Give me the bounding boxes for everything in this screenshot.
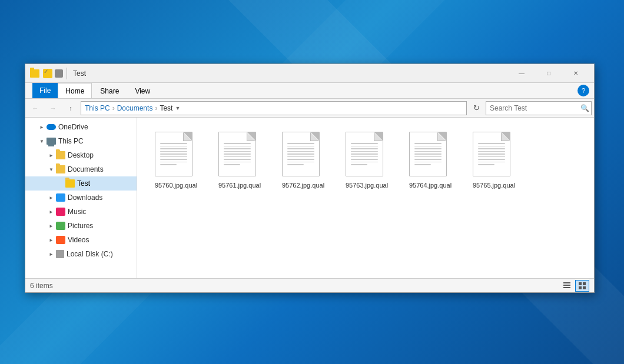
sidebar-item-this-pc[interactable]: ▼ This PC: [25, 134, 137, 148]
refresh-button[interactable]: ↻: [469, 101, 483, 115]
breadcrumb-sep-1: ›: [112, 104, 115, 112]
title-bar: Test — □ ✕: [25, 64, 594, 83]
documents-icon: [56, 165, 65, 173]
view-buttons: [560, 280, 589, 292]
file-icon: [282, 132, 324, 179]
close-button[interactable]: ✕: [562, 64, 589, 83]
large-icons-view-icon: [578, 282, 586, 290]
doc-lines: [351, 143, 378, 167]
svg-rect-1: [563, 285, 570, 286]
sidebar-label-videos: Videos: [68, 236, 134, 244]
details-view-button[interactable]: [560, 280, 574, 292]
file-item[interactable]: 95762.jpg.qual: [274, 127, 333, 194]
sidebar-item-onedrive[interactable]: ► OneDrive: [25, 120, 137, 134]
breadcrumb-test: Test: [160, 104, 172, 112]
status-bar: 6 items: [25, 278, 594, 292]
file-item[interactable]: 95764.jpg.qual: [401, 127, 460, 194]
expand-onedrive-icon[interactable]: ►: [37, 122, 47, 132]
file-item[interactable]: 95765.jpg.qual: [464, 127, 523, 194]
sidebar-label-pictures: Pictures: [68, 222, 134, 230]
breadcrumb-dropdown-icon[interactable]: ▼: [175, 105, 180, 111]
tab-file[interactable]: File: [32, 83, 58, 98]
expand-test-icon[interactable]: [56, 179, 65, 188]
sidebar-item-videos[interactable]: ► Videos: [25, 233, 137, 247]
sidebar-item-test[interactable]: Test: [25, 176, 137, 191]
sidebar-item-music[interactable]: ► Music: [25, 205, 137, 219]
up-button[interactable]: ↑: [63, 101, 78, 116]
sidebar-label-local-disk: Local Disk (C:): [67, 250, 134, 258]
test-folder-icon: [65, 179, 75, 188]
pictures-icon: [56, 222, 65, 230]
large-icons-view-button[interactable]: [575, 280, 589, 292]
svg-rect-0: [563, 282, 570, 283]
doc-lines: [224, 143, 251, 167]
tab-view[interactable]: View: [127, 83, 158, 98]
tab-home[interactable]: Home: [58, 83, 92, 98]
title-separator: [67, 68, 67, 79]
svg-rect-4: [583, 282, 586, 285]
file-icon: [155, 132, 197, 179]
minimize-button[interactable]: —: [508, 64, 535, 83]
search-input[interactable]: [490, 104, 578, 112]
doc-shape: [218, 132, 256, 176]
search-bar[interactable]: 🔍: [486, 101, 592, 115]
doc-lines: [160, 143, 187, 167]
sidebar-item-pictures[interactable]: ► Pictures: [25, 219, 137, 233]
expand-pictures-icon[interactable]: ►: [47, 221, 56, 231]
doc-lines: [478, 143, 505, 167]
expand-downloads-icon[interactable]: ►: [47, 193, 56, 202]
doc-shape: [346, 132, 383, 176]
back-button[interactable]: ←: [28, 101, 43, 116]
expand-music-icon[interactable]: ►: [47, 207, 56, 216]
sidebar-item-downloads[interactable]: ► Downloads: [25, 191, 137, 205]
doc-shape: [282, 132, 320, 176]
downloads-icon: [56, 193, 65, 202]
svg-rect-2: [563, 287, 570, 288]
expand-videos-icon[interactable]: ►: [47, 235, 56, 245]
breadcrumb-documents[interactable]: Documents: [117, 104, 153, 112]
window-controls: — □ ✕: [508, 64, 589, 83]
forward-button[interactable]: →: [45, 101, 61, 116]
sidebar-item-local-disk[interactable]: ► Local Disk (C:): [25, 247, 137, 261]
sidebar-label-onedrive: OneDrive: [58, 123, 134, 131]
help-button[interactable]: ?: [577, 85, 589, 96]
file-name: 95760.jpg.qual: [155, 181, 197, 189]
maximize-button[interactable]: □: [535, 64, 562, 83]
doc-lines: [414, 143, 442, 167]
file-icon: [409, 132, 452, 179]
file-icon: [346, 132, 388, 179]
music-icon: [56, 208, 65, 216]
tab-share[interactable]: Share: [92, 83, 127, 98]
doc-shape: [409, 132, 447, 176]
ribbon-tabs-row: File Home Share View ?: [25, 83, 594, 98]
folder-icon-title: [30, 69, 39, 78]
ribbon: File Home Share View ?: [25, 83, 594, 99]
svg-rect-5: [579, 286, 582, 289]
this-pc-icon: [47, 138, 56, 145]
sidebar-item-desktop[interactable]: ► Desktop: [25, 148, 137, 162]
sidebar-label-test: Test: [77, 179, 134, 188]
file-name: 95761.jpg.qual: [218, 181, 261, 189]
search-icon[interactable]: 🔍: [580, 104, 589, 112]
expand-this-pc-icon[interactable]: ▼: [37, 136, 47, 146]
expand-documents-icon[interactable]: ▼: [47, 165, 56, 174]
sidebar-item-documents[interactable]: ▼ Documents: [25, 162, 137, 176]
breadcrumb[interactable]: This PC › Documents › Test ▼: [81, 101, 467, 115]
file-name: 95765.jpg.qual: [473, 181, 515, 189]
doc-shape: [155, 132, 192, 176]
sidebar-label-desktop: Desktop: [68, 151, 134, 159]
sidebar-label-music: Music: [68, 208, 134, 216]
title-bar-icons: [30, 69, 63, 78]
breadcrumb-sep-2: ›: [155, 104, 157, 112]
item-count: 6 items: [30, 282, 53, 290]
expand-local-disk-icon[interactable]: ►: [47, 249, 56, 259]
file-icon: [473, 132, 515, 179]
file-item[interactable]: 95761.jpg.qual: [210, 127, 269, 194]
quick-access-icon: [43, 69, 52, 78]
main-content: ► OneDrive ▼ This PC ► Desktop ▼ Documen…: [25, 118, 594, 278]
expand-desktop-icon[interactable]: ►: [47, 151, 56, 160]
file-item[interactable]: 95763.jpg.qual: [337, 127, 396, 194]
ribbon-tabs: File Home Share View: [30, 83, 161, 98]
breadcrumb-this-pc[interactable]: This PC: [85, 104, 110, 112]
file-item[interactable]: 95760.jpg.qual: [147, 127, 205, 194]
